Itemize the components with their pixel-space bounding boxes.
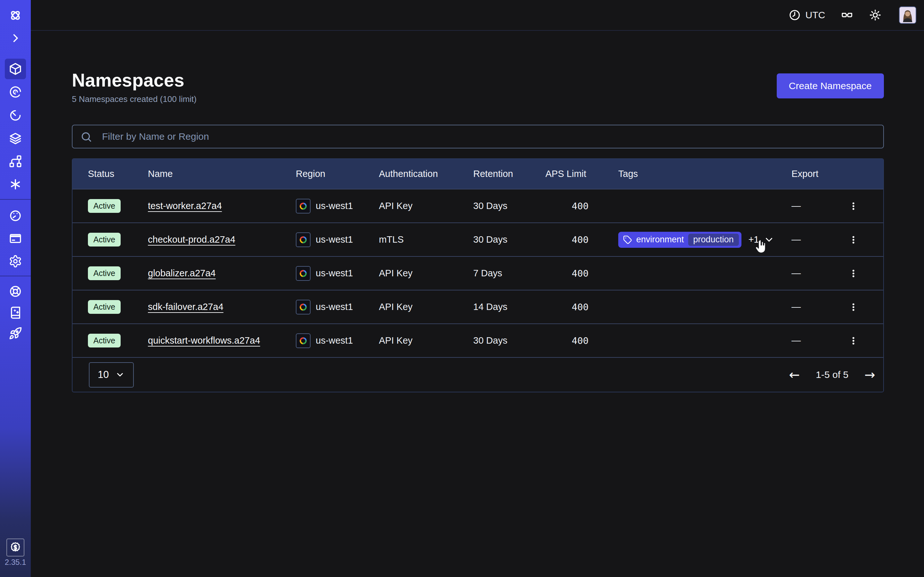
rocket-icon xyxy=(9,327,22,340)
namespaces-table: Status Name Region Authentication Retent… xyxy=(72,158,884,392)
table-row[interactable]: Active checkout-prod.a27a4 us-west1 mTLS… xyxy=(73,222,883,256)
aps-value: 400 xyxy=(572,201,588,211)
layers-icon xyxy=(9,132,22,145)
tag-value: production xyxy=(688,234,739,246)
create-namespace-button[interactable]: Create Namespace xyxy=(777,73,884,98)
auth-label: API Key xyxy=(379,268,473,279)
nav-settings[interactable] xyxy=(0,250,31,272)
tags-expand-button[interactable] xyxy=(764,234,774,245)
badge-dollar-icon xyxy=(9,541,22,554)
export-empty: — xyxy=(792,234,801,245)
status-badge: Active xyxy=(88,334,121,348)
tag-key: environment xyxy=(636,235,684,245)
labs-button[interactable] xyxy=(841,9,853,21)
kebab-icon xyxy=(849,335,858,347)
tag-chip[interactable]: environment production xyxy=(618,232,741,248)
filter-input[interactable] xyxy=(72,125,884,148)
retention-label: 30 Days xyxy=(473,201,545,211)
version-label: 2.35.1 xyxy=(0,558,31,567)
kebab-icon xyxy=(849,268,858,279)
user-avatar[interactable] xyxy=(899,6,916,24)
col-export: Export xyxy=(792,169,868,179)
col-tags: Tags xyxy=(618,169,792,179)
table-row[interactable]: Active globalizer.a27a4 us-west1 API Key… xyxy=(73,256,883,290)
row-menu-button[interactable] xyxy=(845,298,861,316)
table-header-row: Status Name Region Authentication Retent… xyxy=(73,159,883,189)
nav-docs[interactable] xyxy=(0,301,31,324)
clock-icon xyxy=(788,9,801,21)
region-label: us-west1 xyxy=(316,335,353,346)
aps-value: 400 xyxy=(572,335,588,346)
gcp-cloud-icon xyxy=(296,300,310,314)
nav-usage[interactable] xyxy=(0,205,31,227)
tag-icon xyxy=(623,235,632,244)
nav-branch[interactable] xyxy=(0,150,31,172)
nav-pricing[interactable] xyxy=(6,538,24,556)
table-row[interactable]: Active sdk-failover.a27a4 us-west1 API K… xyxy=(73,290,883,324)
col-name: Name xyxy=(148,169,296,179)
auth-label: API Key xyxy=(379,301,473,312)
filter-bar xyxy=(72,125,884,148)
row-menu-button[interactable] xyxy=(845,264,861,282)
col-aps-limit: APS Limit xyxy=(545,169,618,179)
export-empty: — xyxy=(792,201,801,211)
timezone-label: UTC xyxy=(805,10,825,21)
table-row[interactable]: Active test-worker.a27a4 us-west1 API Ke… xyxy=(73,189,883,222)
page-header: Namespaces 5 Namespaces created (100 lim… xyxy=(72,69,884,104)
table-row[interactable]: Active quickstart-workflows.a27a4 us-wes… xyxy=(73,324,883,357)
row-menu-button[interactable] xyxy=(845,332,861,350)
export-empty: — xyxy=(792,268,801,279)
namespace-link[interactable]: sdk-failover.a27a4 xyxy=(148,301,223,312)
sidebar-expand-button[interactable] xyxy=(0,27,31,49)
gcp-cloud-icon xyxy=(296,232,310,247)
col-authentication: Authentication xyxy=(379,169,473,179)
region-label: us-west1 xyxy=(316,301,353,312)
cube-icon xyxy=(9,62,22,76)
nav-namespaces[interactable] xyxy=(0,58,31,80)
timezone-button[interactable]: UTC xyxy=(788,9,825,21)
main-content: Namespaces 5 Namespaces created (100 lim… xyxy=(31,31,924,577)
gear-icon xyxy=(9,255,22,268)
nav-spiral[interactable] xyxy=(0,81,31,103)
status-badge: Active xyxy=(88,199,121,213)
status-badge: Active xyxy=(88,300,121,314)
namespace-link[interactable]: test-worker.a27a4 xyxy=(148,201,222,211)
asterisk-icon xyxy=(9,177,22,191)
tags-cell: environment production +1 xyxy=(618,232,792,248)
lifebuoy-icon xyxy=(9,285,22,298)
page-range-label: 1-5 of 5 xyxy=(816,369,849,380)
billing-icon xyxy=(9,232,22,245)
theme-toggle-button[interactable] xyxy=(869,9,882,21)
gauge-icon xyxy=(9,209,22,222)
row-menu-button[interactable] xyxy=(845,231,861,249)
status-badge: Active xyxy=(88,233,121,247)
row-menu-button[interactable] xyxy=(845,197,861,215)
nav-layers[interactable] xyxy=(0,127,31,149)
region-label: us-west1 xyxy=(316,268,353,279)
region-label: us-west1 xyxy=(316,234,353,245)
namespace-link[interactable]: globalizer.a27a4 xyxy=(148,268,216,279)
page-title: Namespaces xyxy=(72,69,197,91)
nav-getting-started[interactable] xyxy=(0,322,31,344)
prev-page-button[interactable]: ← xyxy=(789,368,800,381)
export-empty: — xyxy=(792,335,801,346)
auth-label: mTLS xyxy=(379,234,473,245)
nav-billing[interactable] xyxy=(0,227,31,250)
namespace-link[interactable]: checkout-prod.a27a4 xyxy=(148,234,235,245)
nav-asterisk[interactable] xyxy=(0,173,31,195)
pager: ← 1-5 of 5 → xyxy=(789,368,875,381)
namespace-link[interactable]: quickstart-workflows.a27a4 xyxy=(148,335,260,346)
topbar: UTC xyxy=(31,0,924,31)
nav-support[interactable] xyxy=(0,280,31,302)
temporal-logo[interactable] xyxy=(0,5,31,26)
nav-timer[interactable] xyxy=(0,105,31,126)
retention-label: 30 Days xyxy=(473,234,545,245)
page-size-select[interactable]: 10 xyxy=(89,362,134,388)
status-badge: Active xyxy=(88,266,121,280)
glasses-icon xyxy=(841,9,853,21)
next-page-button[interactable]: → xyxy=(864,368,875,381)
auth-label: API Key xyxy=(379,335,473,346)
timer-icon xyxy=(9,109,22,122)
aps-value: 400 xyxy=(572,268,588,279)
retention-label: 7 Days xyxy=(473,268,545,279)
